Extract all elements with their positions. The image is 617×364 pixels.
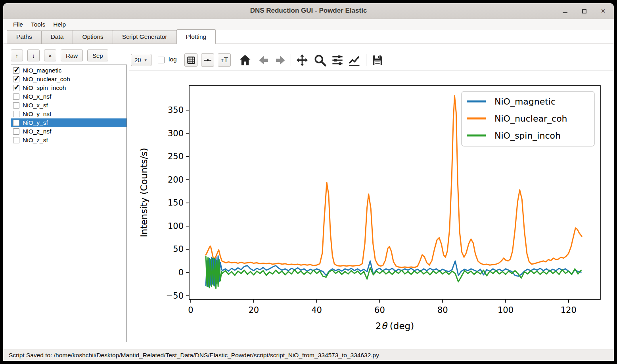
forward-icon	[274, 54, 287, 67]
grid-icon	[186, 55, 196, 65]
x-tick-label: 100	[498, 305, 514, 315]
subplots-button[interactable]	[331, 53, 344, 67]
list-item-label: NiO_nuclear_coh	[23, 76, 70, 83]
minimize-button[interactable]	[560, 6, 570, 16]
app-window: DNS Reduction GUI - Powder Elastic ✕ Fil…	[3, 3, 614, 361]
home-button[interactable]	[238, 53, 252, 67]
list-item-label: NiO_magnetic	[23, 67, 61, 74]
x-tick-label: 40	[311, 305, 322, 315]
axis-selector-value: 2θ	[134, 57, 141, 63]
forward-button[interactable]	[274, 53, 287, 67]
list-item-label: NiO_y_sf	[23, 119, 48, 126]
y-tick-label: 0	[178, 268, 184, 277]
toolbar-separator	[291, 54, 291, 66]
x-axis-label: 2θ (deg)	[376, 321, 414, 331]
deselect-button[interactable]: ×	[44, 50, 56, 61]
list-item-nio_nuclear_coh[interactable]: ✓NiO_nuclear_coh	[11, 75, 126, 84]
checkbox-nio_nuclear_coh[interactable]: ✓	[13, 76, 19, 82]
axis-selector-dropdown[interactable]: 2θ ▼	[131, 54, 151, 66]
log-checkbox[interactable]	[158, 57, 165, 63]
fontsize-toggle-button[interactable]: T T	[218, 53, 231, 67]
checkbox-nio_x_sf[interactable]	[13, 102, 19, 109]
legend-label: NiO_magnetic	[494, 97, 556, 107]
back-button[interactable]	[257, 53, 270, 67]
back-icon	[257, 54, 270, 67]
close-button[interactable]: ✕	[598, 6, 608, 16]
y-tick-label: 250	[168, 152, 184, 161]
customize-button[interactable]	[347, 53, 361, 67]
sep-button[interactable]: Sep	[87, 50, 108, 61]
dataset-panel: ↑↓×RawSep ✓NiO_magnetic✓NiO_nuclear_coh✓…	[3, 44, 129, 349]
toolbar-separator	[366, 54, 366, 66]
checkbox-nio_magnetic[interactable]: ✓	[13, 67, 19, 74]
plot-panel: 2θ ▼ log	[129, 44, 614, 349]
plot-toolbar: 2θ ▼ log	[129, 53, 614, 68]
y-tick-label: −50	[166, 291, 184, 301]
tab-plotting[interactable]: Plotting	[176, 29, 216, 44]
checkbox-nio_spin_incoh[interactable]: ✓	[13, 85, 19, 91]
list-item-nio_x_nsf[interactable]: NiO_x_nsf	[11, 92, 126, 101]
legend-label: NiO_nuclear_coh	[494, 114, 567, 124]
dataset-list[interactable]: ✓NiO_magnetic✓NiO_nuclear_coh✓NiO_spin_i…	[11, 65, 127, 342]
x-tick-label: 0	[188, 305, 193, 315]
list-item-label: NiO_x_nsf	[23, 93, 51, 100]
menubar: FileToolsHelp	[3, 19, 614, 30]
y-tick-label: 50	[173, 244, 184, 254]
y-tick-label: 300	[168, 129, 184, 138]
statusbar: Script Saved to: /home/koshchii/Desktop/…	[3, 349, 614, 361]
checkbox-nio_z_nsf[interactable]	[13, 128, 19, 135]
menu-tools[interactable]: Tools	[27, 20, 49, 29]
chart: 020406080100120−500501001502002503003502…	[129, 71, 614, 343]
tab-options[interactable]: Options	[73, 30, 113, 44]
maximize-button[interactable]	[579, 6, 589, 16]
zoom-button[interactable]	[313, 53, 327, 67]
pan-icon	[295, 53, 309, 67]
list-item-nio_z_sf[interactable]: NiO_z_sf	[11, 136, 126, 145]
fontsize-icon: T T	[220, 55, 229, 65]
list-item-nio_z_nsf[interactable]: NiO_z_nsf	[11, 127, 126, 136]
list-item-label: NiO_z_sf	[23, 137, 48, 144]
x-tick-label: 80	[437, 305, 448, 315]
menu-file[interactable]: File	[9, 20, 27, 29]
tab-paths[interactable]: Paths	[7, 30, 42, 44]
check-icon: ✓	[13, 74, 20, 83]
list-item-nio_magnetic[interactable]: ✓NiO_magnetic	[11, 66, 126, 75]
list-item-label: NiO_y_nsf	[23, 111, 51, 118]
raw-button[interactable]: Raw	[61, 50, 83, 61]
move-down-button[interactable]: ↓	[27, 50, 40, 61]
list-item-nio_spin_incoh[interactable]: ✓NiO_spin_incoh	[11, 84, 126, 92]
customize-icon	[347, 53, 361, 67]
pan-button[interactable]	[295, 53, 309, 67]
zoom-icon	[313, 53, 327, 67]
svg-text:T: T	[220, 58, 224, 63]
errorbar-toggle-button[interactable]	[201, 53, 214, 67]
list-item-label: NiO_z_nsf	[23, 128, 51, 135]
tab-data[interactable]: Data	[41, 30, 73, 44]
checkbox-nio_x_nsf[interactable]	[13, 93, 19, 100]
move-up-button[interactable]: ↑	[11, 50, 23, 61]
list-item-nio_x_sf[interactable]: NiO_x_sf	[11, 101, 126, 110]
checkbox-nio_y_sf[interactable]	[13, 120, 19, 126]
list-item-nio_y_sf[interactable]: NiO_y_sf	[11, 118, 126, 127]
check-icon: ✓	[13, 82, 20, 92]
checkbox-nio_z_sf[interactable]	[13, 137, 19, 143]
checkbox-nio_y_nsf[interactable]	[13, 111, 19, 117]
grid-toggle-button[interactable]	[184, 53, 197, 67]
window-title: DNS Reduction GUI - Powder Elastic	[3, 7, 614, 15]
check-icon: ✓	[13, 65, 20, 74]
list-item-label: NiO_spin_incoh	[23, 84, 66, 91]
chart-area: 020406080100120−500501001502002503003502…	[129, 71, 614, 343]
tab-script-generator[interactable]: Script Generator	[113, 30, 177, 44]
tabbar: PathsDataOptionsScript GeneratorPlotting	[3, 30, 614, 44]
save-button[interactable]	[371, 53, 384, 67]
log-label: log	[169, 56, 177, 63]
list-item-nio_y_nsf[interactable]: NiO_y_nsf	[11, 110, 126, 118]
save-icon	[371, 53, 384, 67]
home-icon	[238, 53, 252, 67]
x-tick-label: 20	[248, 305, 259, 315]
subplots-icon	[331, 54, 344, 67]
errorbar-icon	[203, 55, 213, 65]
y-tick-label: 200	[168, 175, 184, 185]
menu-help[interactable]: Help	[49, 20, 70, 29]
y-tick-label: 350	[168, 105, 184, 115]
